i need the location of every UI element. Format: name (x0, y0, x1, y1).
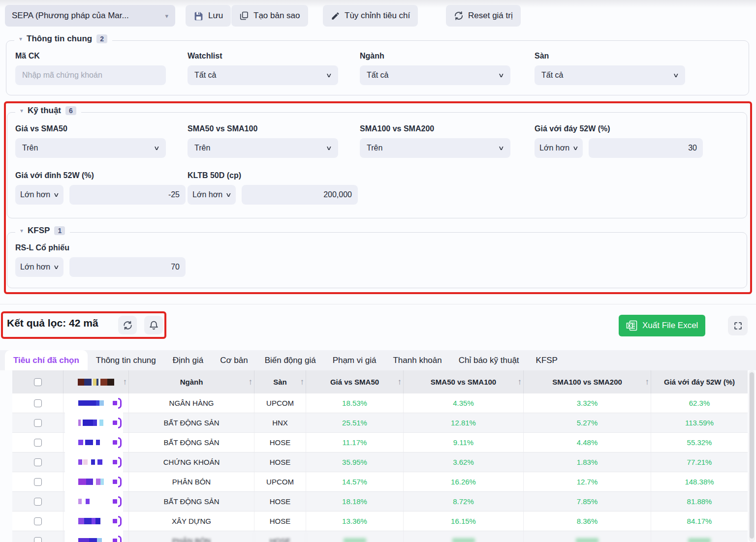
tab-price-range[interactable]: Phạm vi giá (324, 350, 385, 370)
sma50-vs-sma100-select[interactable]: Trên ∨ (188, 138, 338, 158)
exchange-cell: UPCOM (254, 393, 306, 413)
section-kfsp-header[interactable]: ▾ KFSP 1 (15, 226, 70, 236)
mini-chart-button[interactable] (113, 477, 122, 487)
mini-chart-button[interactable] (113, 437, 122, 448)
customize-label: Tùy chỉnh tiêu chí (345, 11, 410, 21)
value-redacted (576, 538, 598, 542)
watchlist-label: Watchlist (188, 52, 222, 60)
section-general-header[interactable]: ▾ Thông tin chung 2 (14, 34, 112, 44)
fullscreen-button[interactable] (728, 316, 748, 335)
rsl-stock-operator[interactable]: Lớn hơn ∨ (15, 257, 63, 277)
tab-price-movement[interactable]: Biến động giá (256, 350, 324, 370)
section-title: Thông tin chung (27, 34, 92, 44)
sort-arrow-icon[interactable]: ↑ (123, 377, 127, 387)
value-cell: 13.36% (306, 512, 404, 531)
duplicate-button[interactable]: Tạo bản sao (231, 5, 308, 27)
scrollbar-thumb[interactable] (750, 372, 754, 539)
row-checkbox[interactable] (34, 478, 42, 486)
price-vs-52w-low-input[interactable] (589, 138, 703, 158)
column-industry: Ngành (180, 378, 203, 386)
price-vs-52w-high-operator[interactable]: Lớn hơn ∨ (15, 185, 63, 205)
rsl-stock-input[interactable] (69, 257, 186, 277)
industry-cell: CHỨNG KHOÁN (129, 452, 254, 472)
mini-chart-button[interactable] (113, 457, 122, 468)
row-checkbox[interactable] (34, 439, 42, 447)
sma100-vs-sma200-value: Trên (367, 144, 382, 152)
mini-chart-button[interactable] (113, 398, 122, 409)
value-cell: 62.3% (651, 393, 748, 413)
section-technical-header[interactable]: ▾ Kỹ thuật 6 (15, 106, 81, 116)
row-checkbox[interactable] (34, 498, 42, 506)
value-cell: 5.27% (524, 413, 651, 432)
customize-criteria-button[interactable]: Tùy chỉnh tiêu chí (323, 5, 418, 27)
tab-selected-criteria[interactable]: Tiêu chí đã chọn (5, 350, 88, 370)
pencil-icon (331, 11, 340, 21)
value-redacted (688, 538, 711, 542)
value-cell: 113.59% (651, 413, 748, 432)
fullscreen-icon (733, 321, 743, 331)
tab-technical-indicators[interactable]: Chỉ báo kỹ thuật (450, 350, 528, 370)
exchange-cell: HOSE (254, 452, 306, 472)
row-checkbox[interactable] (34, 517, 42, 525)
results-summary: Kết quả lọc: 42 mã (7, 317, 98, 329)
rsl-stock-label: RS-L Cổ phiếu (15, 243, 69, 252)
value-redacted (344, 538, 366, 542)
industry-cell: BẤT ĐỘNG SẢN (129, 492, 254, 511)
sort-arrow-icon[interactable]: ↑ (518, 377, 522, 387)
row-checkbox[interactable] (34, 399, 42, 407)
tab-liquidity[interactable]: Thanh khoản (384, 350, 450, 370)
row-checkbox[interactable] (34, 537, 42, 542)
sort-arrow-icon[interactable]: ↑ (249, 377, 253, 387)
ticker-label: Mã CK (15, 52, 40, 60)
price-vs-52w-low-operator[interactable]: Lớn hơn ∨ (535, 138, 583, 158)
save-button[interactable]: Lưu (186, 5, 231, 27)
avg-volume-50d-input[interactable] (242, 185, 358, 205)
column-exchange: Sàn (273, 378, 287, 386)
column-sma50-vs-sma100: SMA50 vs SMA100 (431, 378, 496, 386)
ticker-input[interactable] (15, 65, 166, 85)
export-excel-button[interactable]: Xuất File Excel (619, 315, 705, 336)
row-checkbox[interactable] (34, 419, 42, 427)
reset-label: Reset giá trị (468, 11, 513, 21)
industry-cell: NGÂN HÀNG (129, 393, 254, 413)
stock-symbol-redacted (78, 400, 107, 406)
collapse-triangle-icon: ▾ (19, 35, 22, 42)
watchlist-select[interactable]: Tất cả ∨ (188, 65, 338, 85)
value-cell: 3.32% (524, 393, 651, 413)
exchange-select[interactable]: Tất cả ∨ (535, 65, 685, 85)
tab-kfsp[interactable]: KFSP (528, 350, 566, 370)
price-vs-52w-high-input[interactable] (69, 185, 186, 205)
mini-chart-button[interactable] (113, 536, 122, 542)
industry-cell: BẤT ĐỘNG SẢN (129, 433, 254, 452)
sort-arrow-icon[interactable]: ↑ (645, 377, 650, 387)
alert-bell-button[interactable] (144, 316, 163, 334)
collapse-triangle-icon: ▾ (20, 107, 23, 114)
export-excel-label: Xuất File Excel (642, 321, 698, 331)
sma100-vs-sma200-select[interactable]: Trên ∨ (360, 138, 510, 158)
mini-chart-button[interactable] (113, 516, 122, 527)
sort-arrow-icon[interactable]: ↑ (398, 377, 402, 387)
refresh-results-button[interactable] (118, 316, 137, 334)
tab-general-info[interactable]: Thông tin chung (88, 350, 164, 370)
sma50-vs-sma100-label: SMA50 vs SMA100 (188, 124, 257, 133)
mini-chart-button[interactable] (113, 418, 122, 428)
stock-symbol-redacted (78, 459, 107, 465)
price-vs-sma50-select[interactable]: Trên ∨ (15, 138, 166, 158)
value-cell: 8.36% (524, 512, 651, 531)
reset-values-button[interactable]: Reset giá trị (446, 5, 521, 27)
sma50-vs-sma100-value: Trên (194, 144, 210, 152)
value-cell: 16.15% (404, 512, 524, 531)
row-checkbox[interactable] (34, 458, 42, 466)
sort-arrow-icon[interactable]: ↑ (300, 377, 305, 387)
tab-fundamental[interactable]: Cơ bản (212, 350, 256, 370)
select-all-checkbox[interactable] (34, 378, 42, 386)
tab-valuation[interactable]: Định giá (164, 350, 212, 370)
industry-cell: PHÂN BÓN (129, 472, 254, 491)
table-scrollbar[interactable] (749, 370, 755, 542)
screener-preset-dropdown[interactable]: SEPA (Phương pháp của Mar... ▾ (5, 5, 175, 27)
refresh-icon (454, 11, 464, 21)
industry-select[interactable]: Tất cả ∨ (360, 65, 510, 85)
mini-chart-button[interactable] (113, 496, 122, 507)
value-cell: 9.11% (404, 433, 524, 452)
avg-volume-50d-operator[interactable]: Lớn hơn ∨ (188, 185, 236, 205)
